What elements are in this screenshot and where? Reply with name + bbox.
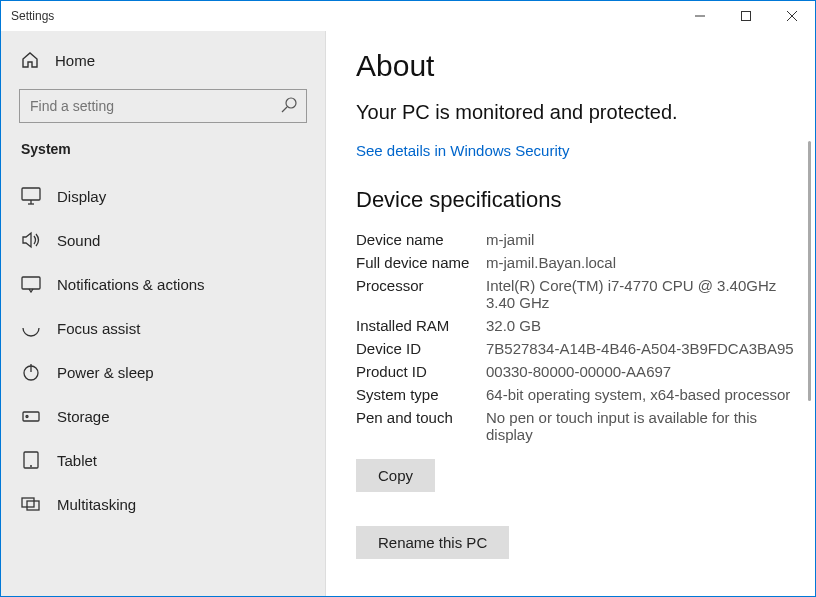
maximize-button[interactable] bbox=[723, 1, 769, 31]
home-nav[interactable]: Home bbox=[1, 41, 325, 79]
sidebar-item-label: Multitasking bbox=[57, 496, 136, 513]
sidebar: Home System Display Sound Notifications … bbox=[1, 31, 326, 596]
sidebar-item-tablet[interactable]: Tablet bbox=[1, 439, 325, 481]
sidebar-item-label: Tablet bbox=[57, 452, 97, 469]
sidebar-item-label: Notifications & actions bbox=[57, 276, 205, 293]
sidebar-item-sound[interactable]: Sound bbox=[1, 219, 325, 261]
tablet-icon bbox=[21, 451, 41, 469]
close-button[interactable] bbox=[769, 1, 815, 31]
svg-rect-1 bbox=[742, 12, 751, 21]
sidebar-item-power-sleep[interactable]: Power & sleep bbox=[1, 351, 325, 393]
sidebar-item-label: Display bbox=[57, 188, 106, 205]
title-bar: Settings bbox=[1, 1, 815, 31]
sidebar-item-multitasking[interactable]: Multitasking bbox=[1, 483, 325, 525]
spec-installed-ram: Installed RAM 32.0 GB bbox=[356, 317, 815, 334]
security-link[interactable]: See details in Windows Security bbox=[356, 142, 569, 159]
sidebar-item-label: Focus assist bbox=[57, 320, 140, 337]
spec-processor: Processor Intel(R) Core(TM) i7-4770 CPU … bbox=[356, 277, 815, 311]
spec-product-id: Product ID 00330-80000-00000-AA697 bbox=[356, 363, 815, 380]
display-icon bbox=[21, 187, 41, 205]
sidebar-item-storage[interactable]: Storage bbox=[1, 395, 325, 437]
sidebar-category: System bbox=[1, 139, 325, 173]
protection-status: Your PC is monitored and protected. bbox=[356, 101, 815, 124]
multitasking-icon bbox=[21, 495, 41, 513]
sidebar-item-label: Storage bbox=[57, 408, 110, 425]
sidebar-item-focus-assist[interactable]: Focus assist bbox=[1, 307, 325, 349]
sidebar-item-label: Power & sleep bbox=[57, 364, 154, 381]
scrollbar[interactable] bbox=[808, 141, 811, 401]
notifications-icon bbox=[21, 275, 41, 293]
sidebar-item-display[interactable]: Display bbox=[1, 175, 325, 217]
svg-point-4 bbox=[286, 98, 296, 108]
svg-rect-16 bbox=[22, 498, 34, 507]
svg-rect-17 bbox=[27, 501, 39, 510]
page-title: About bbox=[356, 49, 815, 83]
focus-assist-icon bbox=[21, 319, 41, 337]
specs-heading: Device specifications bbox=[356, 187, 815, 213]
home-icon bbox=[21, 51, 39, 69]
spec-pen-touch: Pen and touch No pen or touch input is a… bbox=[356, 409, 815, 443]
copy-button[interactable]: Copy bbox=[356, 459, 435, 492]
svg-point-13 bbox=[26, 416, 28, 418]
sidebar-item-label: Sound bbox=[57, 232, 100, 249]
svg-line-5 bbox=[282, 107, 287, 112]
home-label: Home bbox=[55, 52, 95, 69]
search-box[interactable] bbox=[19, 89, 307, 123]
spec-device-id: Device ID 7B527834-A14B-4B46-A504-3B9FDC… bbox=[356, 340, 815, 357]
svg-rect-9 bbox=[22, 277, 40, 289]
storage-icon bbox=[21, 407, 41, 425]
spec-device-name: Device name m-jamil bbox=[356, 231, 815, 248]
minimize-button[interactable] bbox=[677, 1, 723, 31]
search-icon bbox=[281, 97, 297, 113]
spec-system-type: System type 64-bit operating system, x64… bbox=[356, 386, 815, 403]
sidebar-item-notifications[interactable]: Notifications & actions bbox=[1, 263, 325, 305]
search-input[interactable] bbox=[19, 89, 307, 123]
main-content: About Your PC is monitored and protected… bbox=[326, 31, 815, 596]
spec-full-device-name: Full device name m-jamil.Bayan.local bbox=[356, 254, 815, 271]
svg-rect-6 bbox=[22, 188, 40, 200]
rename-pc-button[interactable]: Rename this PC bbox=[356, 526, 509, 559]
window-title: Settings bbox=[11, 9, 54, 23]
power-icon bbox=[21, 363, 41, 381]
sound-icon bbox=[21, 231, 41, 249]
